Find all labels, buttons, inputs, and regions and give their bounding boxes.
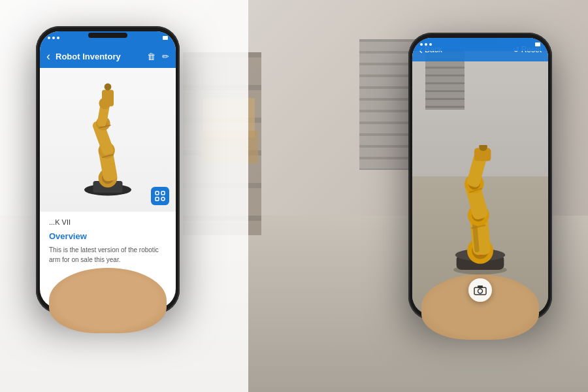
dot-1 — [48, 37, 50, 39]
robot-image-area — [40, 68, 176, 212]
svg-rect-17 — [161, 191, 165, 195]
left-phone-screen: ‹ Robot Inventory 🗑 ✏ — [40, 31, 176, 308]
nav-bar-left[interactable]: ‹ Robot Inventory 🗑 ✏ — [40, 44, 176, 68]
ar-view: ‹ Back ↺ Reset — [412, 38, 548, 315]
right-phone-container: ‹ Back ↺ Reset — [408, 33, 552, 320]
ar-dot-3 — [429, 43, 432, 46]
ar-status-bar — [412, 38, 548, 51]
signal-dots — [48, 37, 59, 39]
robot-arm-ar — [438, 145, 523, 276]
svg-rect-40 — [478, 286, 483, 288]
dot-2 — [52, 37, 55, 39]
ar-battery — [535, 42, 540, 46]
robot-arm-image-left — [62, 81, 154, 199]
ar-launch-icon[interactable] — [151, 187, 169, 205]
svg-rect-12 — [102, 90, 114, 106]
ar-dot-1 — [420, 43, 423, 46]
hand-left — [49, 268, 167, 333]
overview-description: This is the latest version of the roboti… — [49, 245, 167, 265]
edit-icon[interactable]: ✏ — [162, 52, 169, 61]
ar-signal — [420, 43, 432, 46]
svg-point-13 — [105, 84, 112, 91]
svg-rect-16 — [155, 191, 159, 195]
battery-icon — [163, 36, 168, 40]
left-phone-container: ‹ Robot Inventory 🗑 ✏ — [36, 26, 180, 314]
phone-text-area: ...K VII Overview This is the latest ver… — [40, 212, 176, 271]
ar-camera-button[interactable] — [468, 278, 492, 302]
delete-icon[interactable]: 🗑 — [147, 52, 155, 61]
ar-dot-2 — [425, 43, 427, 46]
back-button-left[interactable]: ‹ — [46, 50, 50, 63]
phone-notch-left — [88, 33, 127, 38]
back-chevron-left: ‹ — [46, 50, 50, 63]
robot-name-label: ...K VII — [49, 218, 167, 226]
right-phone-screen: ‹ Back ↺ Reset — [412, 38, 548, 315]
status-icons — [163, 36, 168, 40]
svg-point-39 — [478, 289, 483, 293]
svg-point-19 — [161, 197, 165, 201]
dot-3 — [57, 37, 59, 39]
overview-title: Overview — [49, 231, 167, 241]
svg-rect-18 — [155, 197, 159, 201]
nav-action-icons: 🗑 ✏ — [147, 52, 169, 61]
nav-title-left: Robot Inventory — [56, 52, 142, 61]
